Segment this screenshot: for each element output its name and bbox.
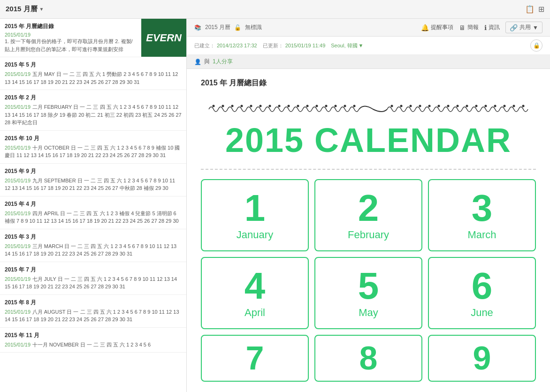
reminder-icon: 🔔	[421, 24, 429, 31]
sidebar-note-content-5: 三月 MARCH 日 一 二 三 四 五 六 1 2 3 4 5 6 7 8 9…	[5, 243, 176, 257]
sidebar-note-item-8[interactable]: 2015 年 11 月 2015/01/19 十一月 NOVEMBER 日 一 …	[0, 328, 186, 353]
calendar-strip	[201, 102, 536, 116]
sidebar-note-year-5: 2015 年 3 月	[5, 233, 182, 241]
sidebar: 2015 年 月曆總目錄 2015/01/19 1. 按一下每個月份的格子，即可…	[0, 19, 187, 392]
sidebar-note-date-3: 2015/01/19	[5, 178, 31, 183]
sidebar-note-year-6: 2015 年 7 月	[5, 266, 182, 274]
svg-point-0	[213, 105, 215, 107]
svg-point-13	[335, 105, 337, 107]
month-cell-5[interactable]: 5 May	[314, 257, 422, 329]
layout-icon-2[interactable]: ⊞	[538, 5, 544, 14]
month-cell-2[interactable]: 2 February	[314, 179, 422, 251]
sidebar-note-item-1[interactable]: 2015 年 2 月 2015/01/19 二月 FEBRUARY 日 一 二 …	[0, 90, 186, 131]
month-number-1: 1	[244, 189, 266, 227]
svg-point-5	[260, 105, 262, 107]
sidebar-note-content-1: 二月 FEBRUARY 日 一 二 三 四 五 六 1 2 3 4 5 6 7 …	[5, 104, 182, 125]
sidebar-note-year-8: 2015 年 11 月	[5, 332, 182, 339]
sidebar-note-date-1: 2015/01/19	[5, 104, 31, 110]
month-cell-9[interactable]: 9	[428, 335, 536, 382]
svg-point-26	[485, 105, 487, 107]
sidebar-note-year-0: 2015 年 5 月	[5, 61, 182, 69]
svg-point-19	[419, 105, 421, 107]
tag-label[interactable]: 無標識	[245, 23, 262, 31]
app-container: 2015 月曆 ▼ 📋 ⊞ 2015 年 月曆總目錄 2015/01/19 1.…	[0, 0, 550, 392]
content-top-bar-right: 🔔 提醒事項 🖥 簡報 ℹ 資訊 🔗 共用 ▼	[421, 22, 542, 33]
sidebar-note-item-3[interactable]: 2015 年 9 月 2015/01/19 九月 SEPTEMBER 日 一 二…	[0, 164, 186, 196]
sidebar-note-year-1: 2015 年 2 月	[5, 94, 182, 102]
created-date[interactable]: 2014/12/23 17:32	[217, 43, 257, 48]
sidebar-top-note-date: 2015/01/19	[5, 32, 137, 38]
svg-point-23	[457, 105, 459, 107]
main-layout: 2015 年 月曆總目錄 2015/01/19 1. 按一下每個月份的格子，即可…	[0, 19, 550, 392]
info-label: 資訊	[489, 23, 500, 31]
month-cell-6[interactable]: 6 June	[428, 257, 536, 329]
note-content: 2015 年 月曆總目錄	[187, 69, 550, 392]
location-btn[interactable]: Seoul, 韓國 ▼	[331, 42, 363, 49]
svg-point-14	[344, 105, 346, 107]
sidebar-note-content-6: 七月 JULY 日 一 二 三 四 五 六 1 2 3 4 5 6 7 8 9 …	[5, 276, 177, 290]
sidebar-note-item-7[interactable]: 2015 年 8 月 2015/01/19 八月 AUGUST 日 一 二 三 …	[0, 295, 186, 328]
month-cell-1[interactable]: 1 January	[201, 179, 309, 251]
note-share-icon: 👤	[194, 59, 201, 65]
top-bar: 2015 月曆 ▼ 📋 ⊞	[0, 0, 550, 19]
svg-point-10	[306, 105, 309, 107]
svg-point-21	[438, 105, 440, 107]
reminder-btn[interactable]: 🔔 提醒事項	[421, 23, 453, 31]
notebook-label[interactable]: 2015 月曆	[205, 23, 230, 31]
month-name-2: February	[348, 229, 389, 241]
meta-bar: 已建立： 2014/12/23 17:32 已更新： 2015/01/19 11…	[187, 37, 550, 55]
notebook-icon: 📚	[194, 24, 201, 31]
note-lock-btn[interactable]: 🔒	[530, 39, 542, 52]
present-icon: 🖥	[459, 24, 466, 31]
month-number-6: 6	[472, 267, 493, 305]
present-btn[interactable]: 🖥 簡報	[459, 23, 479, 31]
sidebar-note-year-3: 2015 年 9 月	[5, 167, 182, 175]
sidebar-note-content-4: 四月 APRIL 日 一 二 三 四 五 六 1 2 3 補假 4 兒童節 5 …	[5, 211, 179, 224]
month-cell-8[interactable]: 8	[314, 335, 422, 382]
share-btn[interactable]: 🔗 共用 ▼	[505, 22, 542, 33]
svg-point-25	[475, 105, 478, 107]
calendar-divider	[201, 169, 536, 170]
svg-point-22	[447, 105, 450, 107]
sidebar-note-item-6[interactable]: 2015 年 7 月 2015/01/19 七月 JULY 日 一 二 三 四 …	[0, 262, 186, 295]
title-dropdown-arrow[interactable]: ▼	[39, 7, 44, 12]
location-text: Seoul, 韓國	[331, 42, 357, 49]
sidebar-top-note-content: 1. 按一下每個月份的格子，即可存取該月份月曆 2. 複製/貼上月曆到您自己的筆…	[5, 38, 137, 53]
info-btn[interactable]: ℹ 資訊	[484, 23, 500, 31]
sidebar-note-date-6: 2015/01/19	[5, 276, 31, 282]
sidebar-note-content-2: 十月 OCTOBER 日 一 二 三 四 五 六 1 2 3 4 5 6 7 8…	[5, 145, 180, 158]
share-bar-text: 與	[204, 58, 210, 66]
sidebar-note-item-5[interactable]: 2015 年 3 月 2015/01/19 三月 MARCH 日 一 二 三 四…	[0, 229, 186, 262]
svg-point-30	[522, 105, 525, 107]
updated-date[interactable]: 2015/01/19 11:49	[285, 43, 326, 48]
present-label: 簡報	[467, 23, 479, 31]
sidebar-note-date-5: 2015/01/19	[5, 243, 31, 249]
share-count-link[interactable]: 1人分享	[213, 58, 233, 66]
sidebar-note-year-2: 2015 年 10 月	[5, 135, 182, 143]
month-cell-3[interactable]: 3 March	[428, 179, 536, 251]
rings-decoration	[201, 102, 536, 116]
svg-point-2	[231, 105, 234, 107]
info-icon: ℹ	[484, 24, 487, 31]
sidebar-top-note-title: 2015 年 月曆總目錄	[5, 23, 137, 30]
top-bar-icons: 📋 ⊞	[525, 5, 544, 14]
sidebar-note-item-4[interactable]: 2015 年 4 月 2015/01/19 四月 APRIL 日 一 二 三 四…	[0, 196, 186, 229]
sidebar-note-date-0: 2015/01/19	[5, 71, 31, 77]
note-share-bar: 👤 與 1人分享	[187, 55, 550, 69]
sidebar-note-content-7: 八月 AUGUST 日 一 二 三 四 五 六 1 2 3 4 5 6 7 8 …	[5, 309, 179, 323]
layout-icon-1[interactable]: 📋	[525, 5, 535, 14]
content-top-bar-left: 📚 2015 月曆 🔓 無標識	[194, 23, 262, 31]
note-title: 2015 年 月曆總目錄	[201, 78, 536, 93]
month-cell-4[interactable]: 4 April	[201, 257, 309, 329]
lock-icon-small[interactable]: 🔓	[234, 24, 241, 31]
app-title[interactable]: 2015 月曆 ▼	[6, 5, 44, 14]
svg-point-7	[278, 105, 281, 107]
sidebar-note-item-0[interactable]: 2015 年 5 月 2015/01/19 五月 MAY 日 一 二 三 四 五…	[0, 57, 186, 90]
month-name-5: May	[359, 307, 378, 319]
sidebar-note-content-0: 五月 MAY 日 一 二 三 四 五 六 1 勞動節 2 3 4 5 6 7 8…	[5, 71, 178, 85]
month-number-8: 8	[359, 342, 378, 375]
sidebar-note-item-2[interactable]: 2015 年 10 月 2015/01/19 十月 OCTOBER 日 一 二 …	[0, 131, 186, 164]
month-cell-7[interactable]: 7	[201, 335, 309, 382]
evernote-text: EVERN	[146, 32, 182, 44]
sidebar-top-note[interactable]: 2015 年 月曆總目錄 2015/01/19 1. 按一下每個月份的格子，即可…	[0, 19, 186, 57]
